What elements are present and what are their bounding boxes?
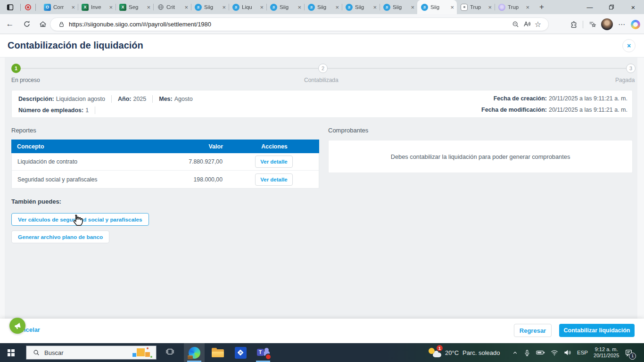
page-header: Contabilización de liquidación × xyxy=(0,34,644,58)
ver-detalle-button[interactable]: Ver detalle xyxy=(255,156,293,168)
browser-tab[interactable]: X Inve × xyxy=(78,0,116,14)
tab-label: Crit xyxy=(166,4,182,10)
collections-icon[interactable] xyxy=(586,18,598,31)
folder-icon xyxy=(212,348,224,357)
file-explorer-button[interactable] xyxy=(207,343,228,362)
divider xyxy=(35,4,36,11)
month-value: Agosto xyxy=(174,96,193,102)
year-value: 2025 xyxy=(133,96,146,102)
tab-close-icon[interactable]: × xyxy=(109,4,113,10)
new-tab-button[interactable]: + xyxy=(535,0,548,14)
diamond-app-button[interactable]: » xyxy=(230,343,251,362)
ver-detalle-button[interactable]: Ver detalle xyxy=(255,173,293,186)
url-text[interactable]: https://siigonube.siigo.com/#/payroll/se… xyxy=(69,21,510,28)
taskbar-search-input[interactable]: Buscar xyxy=(26,346,157,360)
page-title: Contabilización de liquidación xyxy=(8,40,143,51)
action-center-button[interactable]: 1 xyxy=(625,349,633,357)
generar-archivo-button[interactable]: Generar archivo plano de banco xyxy=(11,230,109,243)
teams-button[interactable]: T xyxy=(253,343,273,362)
announcements-fab[interactable] xyxy=(9,318,25,334)
restore-button[interactable] xyxy=(601,0,622,14)
microphone-icon[interactable] xyxy=(524,349,530,356)
workspace-icon[interactable] xyxy=(4,2,16,12)
browser-tab[interactable]: Trup × xyxy=(457,0,495,14)
start-button[interactable] xyxy=(0,343,22,362)
excel-icon: X xyxy=(119,4,126,11)
home-button[interactable] xyxy=(37,18,49,30)
tab-close-icon[interactable]: × xyxy=(147,4,150,10)
task-view-button[interactable] xyxy=(159,343,180,362)
browser-tab[interactable]: O Corr × xyxy=(40,0,78,14)
cell-valor: 7.880.927,00 xyxy=(144,158,229,165)
edge-taskbar-button[interactable] xyxy=(184,343,205,362)
language-indicator[interactable]: ESP xyxy=(577,350,588,355)
mouse-cursor xyxy=(71,213,84,229)
browser-tab[interactable]: Crit × xyxy=(153,0,191,14)
taskbar-clock[interactable]: 9:12 a. m. 20/11/2025 xyxy=(594,346,619,359)
browser-tab[interactable]: S Siig × xyxy=(266,0,304,14)
diamond-app-icon: » xyxy=(235,347,247,359)
browser-tab[interactable]: X Seg × xyxy=(116,0,153,14)
browser-tab[interactable]: S Siig × xyxy=(191,0,229,14)
purple-circle-icon xyxy=(498,4,505,11)
tab-close-icon[interactable]: × xyxy=(526,4,529,10)
browser-tab[interactable]: S Siig × xyxy=(380,0,417,14)
employees-label: Número de empleados: xyxy=(18,107,83,114)
weather-widget[interactable]: 1 20°C Parc. soleado xyxy=(428,343,500,362)
siigo-icon: S xyxy=(270,4,277,11)
zoom-out-icon[interactable] xyxy=(510,19,521,30)
browser-tab[interactable]: S Liqu × xyxy=(229,0,266,14)
screen: O Corr × X Inve × X Seg × Crit xyxy=(0,0,644,362)
extensions-icon[interactable] xyxy=(568,18,580,31)
copilot-icon[interactable] xyxy=(631,20,640,29)
wifi-icon[interactable] xyxy=(551,350,558,356)
description-label: Descripción: xyxy=(18,96,54,102)
tab-close-icon[interactable]: × xyxy=(222,4,226,10)
tab-close-icon[interactable]: × xyxy=(184,4,188,10)
tab-close-icon[interactable]: × xyxy=(411,4,414,10)
tab-close-icon[interactable]: × xyxy=(450,4,454,10)
weather-badge: 1 xyxy=(437,345,443,351)
volume-icon[interactable] xyxy=(564,349,571,356)
tray-chevron-icon[interactable] xyxy=(512,350,518,356)
excel-icon: X xyxy=(82,4,89,11)
windows-logo-icon xyxy=(8,349,15,356)
tab-close-icon[interactable]: × xyxy=(335,4,339,10)
search-highlights-icon[interactable] xyxy=(131,346,152,359)
regresar-button[interactable]: Regresar xyxy=(514,324,552,337)
back-button[interactable]: ← xyxy=(4,18,16,30)
reportes-title: Reportes xyxy=(11,127,36,134)
step-2-label: Contabilizada xyxy=(304,77,339,83)
clock-date: 20/11/2025 xyxy=(594,353,619,359)
recording-indicator-icon[interactable] xyxy=(25,4,31,10)
toolbar-right: ⋯ xyxy=(568,17,640,31)
tab-close-icon[interactable]: × xyxy=(488,4,492,10)
tab-close-icon[interactable]: × xyxy=(260,4,264,10)
read-aloud-icon[interactable] xyxy=(521,19,532,30)
megaphone-icon xyxy=(13,321,22,330)
profile-avatar[interactable] xyxy=(601,18,613,30)
favorite-star-icon[interactable]: ☆ xyxy=(532,19,544,30)
minimize-button[interactable]: — xyxy=(579,0,601,14)
tab-label: Siig xyxy=(430,4,448,10)
busy-status-dot xyxy=(265,354,272,360)
cell-valor: 198.000,00 xyxy=(144,176,229,183)
browser-tab[interactable]: Trup × xyxy=(495,0,532,14)
battery-icon[interactable] xyxy=(536,350,545,355)
browser-tab[interactable]: S Siig × xyxy=(304,0,342,14)
tab-close-icon[interactable]: × xyxy=(71,4,75,10)
tab-close-icon[interactable]: × xyxy=(373,4,377,10)
contabilizar-button[interactable]: Contabilizar liquidación xyxy=(559,324,635,337)
url-bar[interactable]: https://siigonube.siigo.com/#/payroll/se… xyxy=(50,17,549,31)
tab-close-icon[interactable]: × xyxy=(297,4,301,10)
browser-tab[interactable]: S Siig × xyxy=(342,0,380,14)
refresh-button[interactable] xyxy=(21,18,33,30)
browser-tab-active[interactable]: S Siig × xyxy=(417,0,457,14)
search-icon xyxy=(33,349,40,356)
more-menu-icon[interactable]: ⋯ xyxy=(616,18,628,31)
edge-icon xyxy=(189,347,200,359)
comprobantes-box: Debes contabilizar la liquidación para p… xyxy=(328,140,633,173)
lock-icon xyxy=(58,21,65,28)
close-icon[interactable]: × xyxy=(622,39,636,52)
close-window-button[interactable]: × xyxy=(622,0,644,14)
